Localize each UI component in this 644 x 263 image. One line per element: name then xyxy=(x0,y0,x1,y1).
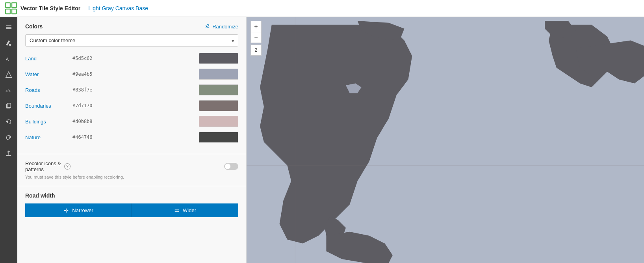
randomize-label: Randomize xyxy=(212,24,238,30)
redo-icon[interactable] xyxy=(2,131,16,145)
road-width-title: Road width xyxy=(25,192,238,199)
colors-section: Colors Randomize Custom color theme Defa… xyxy=(17,17,246,154)
code-icon[interactable]: </> xyxy=(2,83,16,97)
label-icon[interactable]: A xyxy=(2,52,16,66)
svg-rect-5 xyxy=(6,27,11,28)
narrower-label: Narrower xyxy=(72,207,93,213)
narrower-icon xyxy=(63,208,69,213)
map-area[interactable]: + − 2 xyxy=(247,17,644,263)
recolor-note: You must save this style before enabling… xyxy=(25,175,238,179)
theme-dropdown[interactable]: Custom color theme Default Bright Dark xyxy=(25,34,238,47)
svg-text:</>: </> xyxy=(6,89,11,93)
svg-rect-0 xyxy=(6,3,10,7)
svg-point-7 xyxy=(9,44,11,46)
theme-select-wrap: Custom color theme Default Bright Dark ▾ xyxy=(25,34,238,47)
copy-icon[interactable] xyxy=(2,99,16,113)
svg-text:A: A xyxy=(6,57,9,62)
color-label-buildings[interactable]: Buildings xyxy=(25,119,72,125)
wider-icon xyxy=(174,208,180,213)
icon-bar: A </> xyxy=(0,17,17,263)
main-layout: A </> Colors xyxy=(0,17,644,263)
svg-rect-6 xyxy=(6,28,11,29)
color-rows-container: Land #5d5c62 Water #9ea4b5 Roads #838f7e… xyxy=(25,53,238,143)
toggle-knob xyxy=(225,164,230,169)
toggle-wrap xyxy=(224,163,238,170)
narrower-button[interactable]: Narrower xyxy=(25,203,132,217)
wider-label: Wider xyxy=(183,207,196,213)
svg-rect-2 xyxy=(6,9,10,14)
topbar: Vector Tile Style Editor Light Gray Canv… xyxy=(0,0,644,17)
zoom-in-button[interactable]: + xyxy=(251,21,262,32)
app-title: Vector Tile Style Editor xyxy=(20,5,80,11)
svg-rect-1 xyxy=(12,3,17,7)
color-label-water[interactable]: Water xyxy=(25,71,72,77)
color-hex-buildings: #d0b8b8 xyxy=(72,119,199,124)
recolor-row: Recolor icons &patterns ? xyxy=(25,160,238,172)
color-label-roads[interactable]: Roads xyxy=(25,87,72,93)
color-swatch-nature[interactable] xyxy=(199,132,238,143)
zoom-level-display: 2 xyxy=(251,45,262,56)
recolor-toggle[interactable] xyxy=(224,163,238,170)
color-row: Buildings #d0b8b8 xyxy=(25,116,238,127)
color-row: Water #9ea4b5 xyxy=(25,69,238,80)
zoom-out-button[interactable]: − xyxy=(251,32,262,43)
color-hex-boundaries: #7d7170 xyxy=(72,103,199,108)
colors-header: Colors Randomize xyxy=(25,23,238,30)
color-row: Roads #838f7e xyxy=(25,84,238,95)
recolor-section: Recolor icons &patterns ? You must save … xyxy=(17,154,246,186)
paint-icon[interactable] xyxy=(2,36,16,50)
color-hex-nature: #464746 xyxy=(72,134,199,140)
shape-icon[interactable] xyxy=(2,67,16,82)
svg-rect-15 xyxy=(6,155,11,156)
color-swatch-roads[interactable] xyxy=(199,84,238,95)
svg-rect-3 xyxy=(12,9,17,14)
map-controls: + − 2 xyxy=(251,21,262,56)
color-label-land[interactable]: Land xyxy=(25,56,72,62)
undo-icon[interactable] xyxy=(2,115,16,129)
color-label-boundaries[interactable]: Boundaries xyxy=(25,103,72,109)
upload-icon[interactable] xyxy=(2,146,16,160)
randomize-icon xyxy=(205,24,210,29)
colors-title: Colors xyxy=(25,23,43,30)
help-icon[interactable]: ? xyxy=(64,163,71,170)
app-logo: Vector Tile Style Editor xyxy=(5,2,80,15)
color-row: Boundaries #7d7170 xyxy=(25,100,238,111)
svg-rect-4 xyxy=(6,26,11,26)
color-swatch-buildings[interactable] xyxy=(199,116,238,127)
color-hex-land: #5d5c62 xyxy=(72,56,199,61)
color-hex-roads: #838f7e xyxy=(72,87,199,93)
color-swatch-water[interactable] xyxy=(199,69,238,80)
map-style-name: Light Gray Canvas Base xyxy=(88,5,148,11)
color-swatch-land[interactable] xyxy=(199,53,238,64)
map-svg xyxy=(247,17,644,263)
color-row: Land #5d5c62 xyxy=(25,53,238,64)
svg-marker-9 xyxy=(6,72,11,77)
randomize-button[interactable]: Randomize xyxy=(205,24,238,30)
color-label-nature[interactable]: Nature xyxy=(25,134,72,140)
side-panel: Colors Randomize Custom color theme Defa… xyxy=(17,17,247,263)
color-row: Nature #464746 xyxy=(25,132,238,143)
recolor-label: Recolor icons &patterns xyxy=(25,160,61,172)
layers-icon[interactable] xyxy=(2,20,16,34)
road-buttons: Narrower Wider xyxy=(25,203,238,217)
color-swatch-boundaries[interactable] xyxy=(199,100,238,111)
road-width-section: Road width Narrower Wider xyxy=(17,186,246,224)
color-hex-water: #9ea4b5 xyxy=(72,71,199,77)
logo-icon xyxy=(5,2,17,15)
wider-button[interactable]: Wider xyxy=(132,203,238,217)
